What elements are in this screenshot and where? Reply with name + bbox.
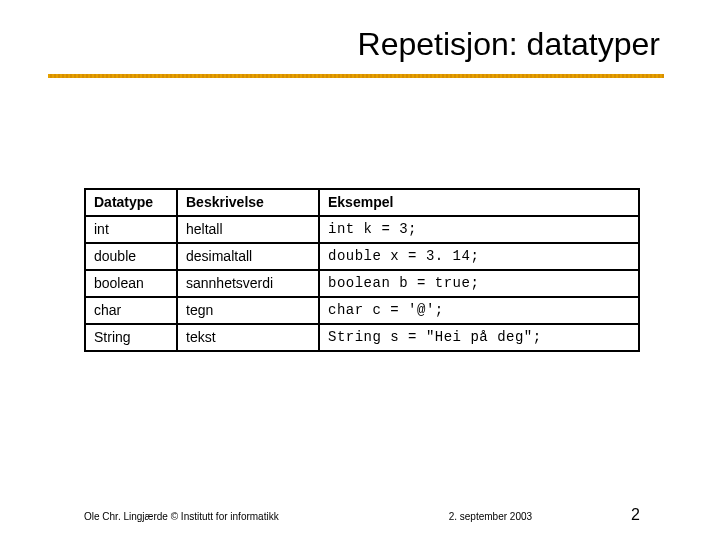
cell-example: char c = '@'; [319, 297, 639, 324]
cell-datatype: boolean [85, 270, 177, 297]
cell-example: int k = 3; [319, 216, 639, 243]
cell-datatype: char [85, 297, 177, 324]
table-row: char tegn char c = '@'; [85, 297, 639, 324]
header-example: Eksempel [319, 189, 639, 216]
cell-datatype: int [85, 216, 177, 243]
cell-description: tekst [177, 324, 319, 351]
table-row: String tekst String s = "Hei på deg"; [85, 324, 639, 351]
table-row: boolean sannhetsverdi boolean b = true; [85, 270, 639, 297]
cell-description: heltall [177, 216, 319, 243]
header-datatype: Datatype [85, 189, 177, 216]
cell-description: desimaltall [177, 243, 319, 270]
page-title: Repetisjon: datatyper [358, 26, 660, 63]
cell-description: tegn [177, 297, 319, 324]
cell-datatype: String [85, 324, 177, 351]
footer-author: Ole Chr. Lingjærde © Institutt for infor… [84, 511, 279, 522]
footer: Ole Chr. Lingjærde © Institutt for infor… [84, 506, 640, 524]
header-description: Beskrivelse [177, 189, 319, 216]
footer-date: 2. september 2003 [449, 511, 532, 522]
table-header-row: Datatype Beskrivelse Eksempel [85, 189, 639, 216]
slide: Repetisjon: datatyper Datatype Beskrivel… [0, 0, 720, 540]
table-row: int heltall int k = 3; [85, 216, 639, 243]
table-row: double desimaltall double x = 3. 14; [85, 243, 639, 270]
cell-example: String s = "Hei på deg"; [319, 324, 639, 351]
cell-description: sannhetsverdi [177, 270, 319, 297]
cell-example: double x = 3. 14; [319, 243, 639, 270]
cell-datatype: double [85, 243, 177, 270]
page-number: 2 [631, 506, 640, 524]
cell-example: boolean b = true; [319, 270, 639, 297]
title-underline [48, 74, 664, 78]
datatype-table: Datatype Beskrivelse Eksempel int heltal… [84, 188, 640, 352]
